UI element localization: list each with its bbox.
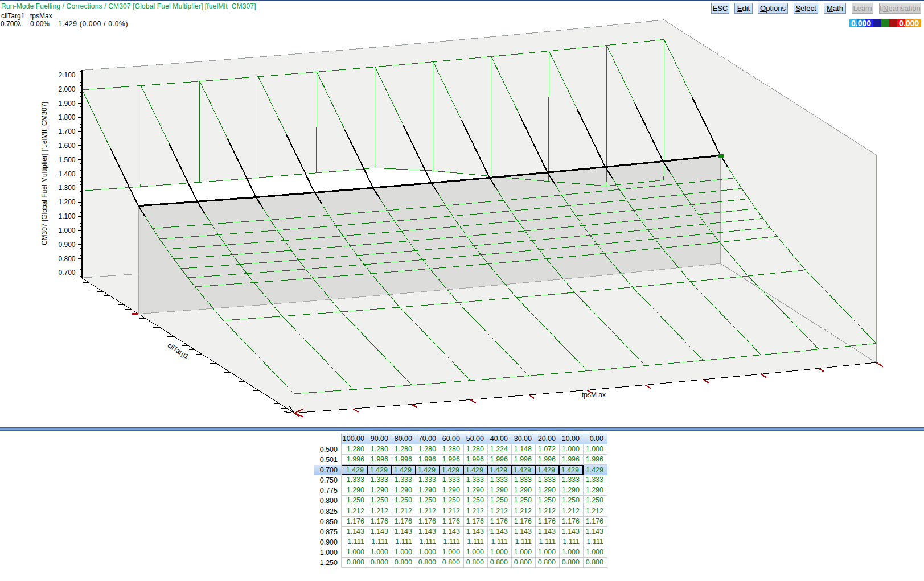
svg-text:1.400: 1.400 — [58, 170, 75, 178]
svg-text:2.000: 2.000 — [58, 85, 75, 93]
svg-text:1.300: 1.300 — [58, 184, 75, 192]
svg-text:2.100: 2.100 — [58, 71, 75, 79]
svg-text:1.000: 1.000 — [58, 226, 75, 234]
svg-text:1.200: 1.200 — [58, 198, 75, 206]
svg-text:1.500: 1.500 — [58, 156, 75, 164]
svg-text:0.700: 0.700 — [58, 269, 75, 277]
svg-text:0.800: 0.800 — [58, 255, 75, 263]
svg-text:1.700: 1.700 — [58, 127, 75, 135]
svg-text:0.900: 0.900 — [58, 241, 75, 249]
svg-text:1.100: 1.100 — [58, 212, 75, 220]
svg-text:1.900: 1.900 — [58, 100, 75, 108]
svg-text:CM307 [Global Fuel Multiplier]: CM307 [Global Fuel Multiplier] [fuelMlt_… — [40, 102, 48, 245]
svg-text:tpsM ax: tpsM ax — [582, 391, 606, 399]
svg-text:1.800: 1.800 — [58, 113, 75, 121]
svg-text:1.600: 1.600 — [58, 142, 75, 150]
